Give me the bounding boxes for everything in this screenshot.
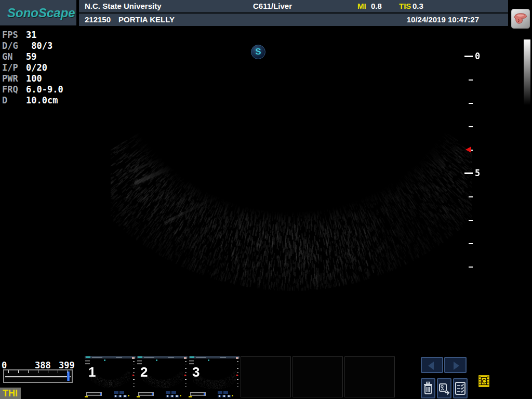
svg-text:C: C [482,378,486,384]
cine-current-frame: 388 [35,360,51,370]
institution-name: N.C. State University [85,0,162,12]
param-label: I/P [2,62,26,73]
delete-button[interactable] [421,378,435,398]
review-button[interactable] [453,378,468,398]
orientation-marker: S [251,45,265,59]
depth-ruler: 05 [464,42,532,288]
thumbnail-empty-slot [292,356,343,397]
cine-tick [8,370,9,373]
param-value: 6.0-9.0 [26,84,63,95]
cine-track-line [5,378,71,378]
param-value: 0/20 [26,62,47,73]
ruler-tick [469,79,473,81]
param-value: 59 [26,51,36,62]
ruler-tick [469,243,473,244]
thumbnail-empty-slot [344,356,395,397]
ruler-tick [464,172,473,174]
ultrasound-screen: SonoScape N.C. State University C611/Liv… [0,0,532,399]
cine-scrubber[interactable] [3,369,73,383]
cine-tick [48,370,48,373]
param-row: I/P0/20 [2,62,63,73]
prev-page-button[interactable] [421,357,443,373]
param-value: 31 [26,30,36,40]
next-page-button[interactable] [444,357,467,373]
param-row: FRQ6.0-9.0 [2,84,63,95]
ruler-tick [469,220,473,221]
cine-start-frame: 0 [2,360,7,370]
probe-preset: C611/Liver [253,0,292,12]
liver-exam-icon[interactable] [511,9,530,29]
brand-logo-block: SonoScape [0,0,76,25]
checklist-icon [454,379,467,397]
cine-tick [28,370,29,373]
mi-label: MI [357,0,366,12]
ruler-tick [469,126,473,127]
focus-depth-marker [466,147,471,153]
left-arrow-icon [428,362,434,370]
thumbnail-empty-slot [241,356,291,397]
header-row-1: N.C. State University C611/Liver MI 0.8 … [79,0,508,12]
acquisition-params: FPS31D/G 80/3GN59I/P0/20PWR100FRQ6.0-9.0… [2,30,63,106]
datetime: 10/24/2019 10:47:27 [407,14,479,26]
param-label: FPS [2,30,26,41]
param-row: FPS31 [2,30,63,41]
tis-label: TIS [399,0,411,12]
param-row: PWR100 [2,73,63,84]
cine-tick [38,370,38,373]
film-frame-icon: C [478,375,489,387]
ruler-tick [469,103,473,104]
cine-track-line [5,376,71,377]
cine-total-frames: 399 [59,360,75,370]
ruler-tick [469,267,473,268]
cine-tick [68,370,68,373]
param-row: GN59 [2,51,63,62]
right-arrow-icon [454,362,459,370]
ruler-tick [469,196,473,197]
liver-glyph [511,9,530,29]
ruler-label: 0 [475,51,480,61]
thumbnail-3[interactable] [189,356,240,397]
tis-value: 0.3 [413,0,423,12]
patient-name: PORTIA KELLY [118,14,175,26]
ruler-label: 5 [475,168,480,178]
ruler-tick [464,56,473,57]
brand-logo: SonoScape [7,6,75,20]
param-value: 80/3 [26,41,52,51]
header-row-2: 212150 PORTIA KELLY 10/24/2019 10:47:27 [79,14,508,26]
param-row: D10.0cm [2,95,63,106]
thumbnail-1[interactable] [85,356,136,397]
param-label: D/G [2,41,26,51]
grayscale-map-bar [524,39,530,105]
param-label: D [2,95,26,106]
cine-tick [58,370,58,373]
patient-id: 212150 [85,14,111,26]
param-row: D/G 80/3 [2,41,63,51]
param-value: 10.0cm [26,95,58,105]
ultrasound-image [111,42,472,293]
param-value: 100 [26,73,42,84]
thumbnail-2[interactable] [137,356,188,397]
param-label: GN [2,51,26,62]
thi-mode-badge: THI [0,388,21,399]
mi-value: 0.8 [371,0,382,12]
export-icon [438,379,450,397]
cine-tick [18,370,19,373]
trash-icon [422,379,434,397]
export-button[interactable] [437,378,451,398]
param-label: FRQ [2,84,26,95]
cine-mode-badge: C [478,375,489,387]
param-label: PWR [2,73,26,84]
